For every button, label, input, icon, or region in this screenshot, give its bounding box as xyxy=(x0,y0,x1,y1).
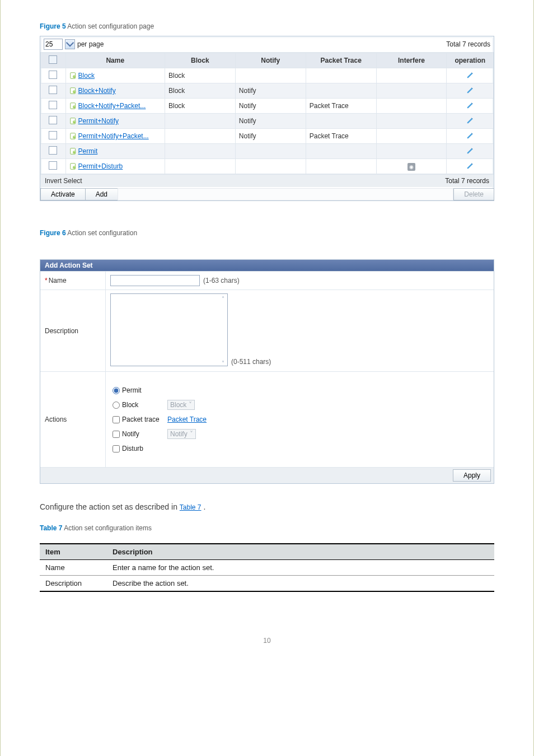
table-row: Permit+Notify+Packet... Notify Packet Tr… xyxy=(41,129,494,144)
action-set-icon xyxy=(69,117,77,125)
invert-select-link[interactable]: Invert Select xyxy=(45,177,82,185)
add-button[interactable]: Add xyxy=(85,188,118,200)
svg-point-7 xyxy=(73,120,76,123)
param-item: Name xyxy=(40,560,107,576)
table-row: Permit+Notify Notify xyxy=(41,114,494,129)
row-checkbox[interactable] xyxy=(49,86,57,94)
cell-block xyxy=(165,144,236,159)
required-asterisk: * xyxy=(45,277,48,284)
col-header-operation: operation xyxy=(447,53,494,68)
notify-dropdown: Notify ˅ xyxy=(167,429,196,439)
actions-label: Actions xyxy=(40,372,105,467)
row-checkbox[interactable] xyxy=(49,101,57,109)
name-hint: (1-63 chars) xyxy=(203,277,240,284)
config-items-table: Item Description Name Enter a name for t… xyxy=(40,543,494,592)
action-set-name-link[interactable]: Permit+Notify+Packet... xyxy=(78,132,149,140)
chevron-down-icon: ˅ xyxy=(189,401,192,409)
action-set-name-link[interactable]: Permit+Disturb xyxy=(78,162,123,170)
edit-icon[interactable] xyxy=(466,147,474,156)
edit-icon[interactable] xyxy=(466,162,474,171)
row-checkbox[interactable] xyxy=(49,71,57,79)
panel-title: Add Action Set xyxy=(40,260,494,271)
action-set-icon xyxy=(69,132,77,140)
delete-button: Delete xyxy=(453,188,494,200)
packet-trace-link[interactable]: Packet Trace xyxy=(167,416,207,423)
packet-trace-checkbox-label[interactable]: Packet trace xyxy=(113,416,162,423)
cell-interfere xyxy=(376,114,447,129)
per-page-input[interactable] xyxy=(44,39,63,50)
page-number: 10 xyxy=(40,637,494,645)
param-row: Name Enter a name for the action set. xyxy=(40,560,494,576)
grid-toolbar: per page Total 7 records xyxy=(40,36,494,53)
table-row: Permit xyxy=(41,144,494,159)
row-checkbox[interactable] xyxy=(49,161,57,170)
cell-notify: Notify xyxy=(235,83,306,99)
edit-icon[interactable] xyxy=(466,116,474,126)
action-set-name-link[interactable]: Block+Notify xyxy=(78,87,116,95)
disturb-checkbox[interactable] xyxy=(113,445,120,452)
per-page-label: per page xyxy=(77,40,104,48)
apply-button[interactable]: Apply xyxy=(453,469,491,482)
row-checkbox[interactable] xyxy=(49,146,57,155)
param-header-item: Item xyxy=(40,544,107,560)
table7-link[interactable]: Table 7 xyxy=(180,503,202,511)
figure5-caption: Figure 5 Action set configuration page xyxy=(40,22,494,30)
total-records-bottom: Total 7 records xyxy=(445,177,489,185)
interfere-icon: ◉ xyxy=(407,163,415,171)
field-row-name: * Name (1-63 chars) xyxy=(40,271,494,290)
cell-interfere xyxy=(376,144,447,159)
block-radio[interactable] xyxy=(113,402,120,409)
block-radio-label[interactable]: Block xyxy=(113,401,162,409)
cell-notify xyxy=(235,144,306,159)
cell-packet xyxy=(306,144,376,159)
param-desc: Describe the action set. xyxy=(107,576,494,592)
description-textarea[interactable] xyxy=(110,293,228,366)
row-checkbox[interactable] xyxy=(49,131,57,139)
cell-interfere xyxy=(376,83,447,99)
action-set-name-link[interactable]: Block+Notify+Packet... xyxy=(78,102,146,110)
cell-packet xyxy=(306,83,376,99)
edit-icon[interactable] xyxy=(466,101,474,111)
permit-radio[interactable] xyxy=(113,387,120,394)
table7-number: Table 7 xyxy=(40,524,62,532)
cell-notify: Notify xyxy=(235,129,306,144)
param-desc: Enter a name for the action set. xyxy=(107,560,494,576)
table7-caption: Table 7 Action set configuration items xyxy=(40,524,494,532)
cell-packet xyxy=(306,114,376,129)
packet-trace-checkbox[interactable] xyxy=(113,416,120,423)
figure6-title: Action set configuration xyxy=(67,229,137,237)
action-set-name-link[interactable]: Block xyxy=(78,72,95,80)
figure5-title: Action set configuration page xyxy=(67,22,154,30)
name-input[interactable] xyxy=(110,275,200,286)
notify-checkbox[interactable] xyxy=(113,431,120,438)
svg-point-1 xyxy=(73,75,76,78)
svg-point-13 xyxy=(73,166,76,169)
action-set-name-link[interactable]: Permit xyxy=(78,147,98,155)
intro-paragraph: Configure the action set as described in… xyxy=(40,501,494,513)
action-set-table: Name Block Notify Packet Trace Interfere… xyxy=(40,53,494,174)
per-page-dropdown-icon[interactable] xyxy=(65,39,75,49)
disturb-checkbox-label[interactable]: Disturb xyxy=(113,445,162,452)
notify-checkbox-label[interactable]: Notify xyxy=(113,430,162,438)
figure5-number: Figure 5 xyxy=(40,22,66,30)
table7-title: Action set configuration items xyxy=(64,524,152,532)
activate-button[interactable]: Activate xyxy=(40,188,86,200)
action-set-icon xyxy=(69,87,77,95)
field-row-actions: Actions Permit Block xyxy=(40,371,494,467)
description-hint: (0-511 chars) xyxy=(231,358,271,366)
edit-icon[interactable] xyxy=(466,86,474,96)
col-header-name: Name xyxy=(65,53,165,68)
edit-icon[interactable] xyxy=(466,71,474,81)
block-dropdown: Block ˅ xyxy=(167,400,195,410)
panel-footer: Apply xyxy=(40,467,494,483)
permit-radio-label[interactable]: Permit xyxy=(113,386,162,394)
action-set-name-link[interactable]: Permit+Notify xyxy=(78,117,119,125)
action-set-icon xyxy=(69,72,77,80)
col-header-select[interactable] xyxy=(41,53,66,68)
cell-block: Block xyxy=(165,68,236,83)
table-row: Permit+Disturb ◉ xyxy=(41,159,494,174)
cell-block xyxy=(165,159,236,174)
row-checkbox[interactable] xyxy=(49,116,57,124)
edit-icon[interactable] xyxy=(466,132,474,141)
total-records-top: Total 7 records xyxy=(446,40,490,48)
